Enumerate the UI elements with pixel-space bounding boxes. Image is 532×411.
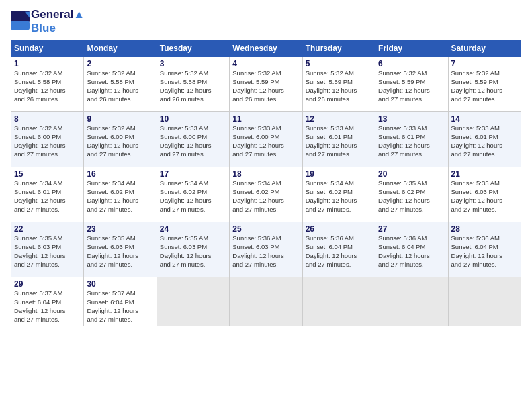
header: General▲ Blue [11, 8, 521, 34]
day-cell: 22Sunrise: 5:35 AM Sunset: 6:03 PM Dayli… [11, 222, 84, 277]
day-info: Sunrise: 5:35 AM Sunset: 6:03 PM Dayligh… [87, 234, 153, 269]
day-cell: 28Sunrise: 5:36 AM Sunset: 6:04 PM Dayli… [448, 222, 521, 277]
week-row-2: 8Sunrise: 5:32 AM Sunset: 6:00 PM Daylig… [11, 112, 521, 167]
day-cell: 27Sunrise: 5:36 AM Sunset: 6:04 PM Dayli… [375, 222, 448, 277]
calendar-page: General▲ Blue SundayMondayTuesdayWednesd… [0, 0, 532, 411]
day-info: Sunrise: 5:36 AM Sunset: 6:04 PM Dayligh… [451, 234, 518, 269]
day-cell: 21Sunrise: 5:35 AM Sunset: 6:03 PM Dayli… [448, 167, 521, 222]
day-info: Sunrise: 5:32 AM Sunset: 6:00 PM Dayligh… [14, 124, 81, 158]
day-info: Sunrise: 5:35 AM Sunset: 6:02 PM Dayligh… [378, 179, 445, 214]
day-cell: 6Sunrise: 5:32 AM Sunset: 5:59 PM Daylig… [375, 57, 448, 112]
day-info: Sunrise: 5:34 AM Sunset: 6:02 PM Dayligh… [87, 179, 153, 214]
day-info: Sunrise: 5:33 AM Sunset: 6:00 PM Dayligh… [232, 124, 299, 158]
day-number: 16 [87, 169, 153, 179]
day-cell: 26Sunrise: 5:36 AM Sunset: 6:04 PM Dayli… [302, 222, 375, 277]
day-cell: 25Sunrise: 5:36 AM Sunset: 6:03 PM Dayli… [230, 222, 302, 277]
svg-rect-1 [11, 21, 30, 29]
day-info: Sunrise: 5:34 AM Sunset: 6:02 PM Dayligh… [232, 179, 299, 214]
header-row: SundayMondayTuesdayWednesdayThursdayFrid… [11, 40, 521, 57]
day-cell: 16Sunrise: 5:34 AM Sunset: 6:02 PM Dayli… [84, 167, 157, 222]
day-number: 15 [14, 169, 81, 179]
day-info: Sunrise: 5:32 AM Sunset: 5:59 PM Dayligh… [306, 69, 372, 103]
day-info: Sunrise: 5:32 AM Sunset: 5:59 PM Dayligh… [451, 69, 518, 103]
day-cell: 24Sunrise: 5:35 AM Sunset: 6:03 PM Dayli… [157, 222, 229, 277]
day-number: 30 [87, 279, 153, 289]
day-cell: 23Sunrise: 5:35 AM Sunset: 6:03 PM Dayli… [84, 222, 157, 277]
calendar-table: SundayMondayTuesdayWednesdayThursdayFrid… [11, 40, 521, 326]
day-number: 20 [378, 169, 445, 179]
day-number: 21 [451, 169, 518, 179]
day-cell: 18Sunrise: 5:34 AM Sunset: 6:02 PM Dayli… [230, 167, 302, 222]
day-info: Sunrise: 5:32 AM Sunset: 5:58 PM Dayligh… [87, 69, 153, 103]
day-cell: 1Sunrise: 5:32 AM Sunset: 5:58 PM Daylig… [11, 57, 84, 112]
day-info: Sunrise: 5:33 AM Sunset: 6:00 PM Dayligh… [160, 124, 226, 158]
day-cell [230, 277, 302, 326]
header-cell-sunday: Sunday [11, 40, 84, 57]
day-cell: 20Sunrise: 5:35 AM Sunset: 6:02 PM Dayli… [375, 167, 448, 222]
day-cell: 17Sunrise: 5:34 AM Sunset: 6:02 PM Dayli… [157, 167, 229, 222]
day-cell: 19Sunrise: 5:34 AM Sunset: 6:02 PM Dayli… [302, 167, 375, 222]
day-number: 27 [378, 224, 445, 234]
day-cell: 3Sunrise: 5:32 AM Sunset: 5:58 PM Daylig… [157, 57, 229, 112]
day-number: 24 [160, 224, 226, 234]
day-number: 26 [306, 224, 372, 234]
day-cell: 29Sunrise: 5:37 AM Sunset: 6:04 PM Dayli… [11, 277, 84, 326]
day-info: Sunrise: 5:37 AM Sunset: 6:04 PM Dayligh… [87, 289, 153, 324]
header-cell-monday: Monday [84, 40, 157, 57]
week-row-4: 22Sunrise: 5:35 AM Sunset: 6:03 PM Dayli… [11, 222, 521, 277]
day-cell: 9Sunrise: 5:32 AM Sunset: 6:00 PM Daylig… [84, 112, 157, 167]
header-cell-saturday: Saturday [448, 40, 521, 57]
day-info: Sunrise: 5:32 AM Sunset: 5:59 PM Dayligh… [232, 69, 299, 103]
day-cell: 5Sunrise: 5:32 AM Sunset: 5:59 PM Daylig… [302, 57, 375, 112]
day-number: 10 [160, 114, 226, 124]
day-number: 14 [451, 114, 518, 124]
day-info: Sunrise: 5:34 AM Sunset: 6:02 PM Dayligh… [306, 179, 372, 214]
day-info: Sunrise: 5:36 AM Sunset: 6:03 PM Dayligh… [232, 234, 299, 269]
day-cell: 4Sunrise: 5:32 AM Sunset: 5:59 PM Daylig… [230, 57, 302, 112]
day-cell [375, 277, 448, 326]
day-number: 18 [232, 169, 299, 179]
day-number: 23 [87, 224, 153, 234]
day-cell: 13Sunrise: 5:33 AM Sunset: 6:01 PM Dayli… [375, 112, 448, 167]
day-cell [157, 277, 229, 326]
day-info: Sunrise: 5:35 AM Sunset: 6:03 PM Dayligh… [160, 234, 226, 269]
logo: General▲ Blue [11, 8, 85, 34]
day-cell: 8Sunrise: 5:32 AM Sunset: 6:00 PM Daylig… [11, 112, 84, 167]
day-number: 12 [306, 114, 372, 124]
day-cell: 12Sunrise: 5:33 AM Sunset: 6:01 PM Dayli… [302, 112, 375, 167]
day-info: Sunrise: 5:32 AM Sunset: 5:59 PM Dayligh… [378, 69, 445, 103]
day-number: 8 [14, 114, 81, 124]
day-number: 3 [160, 59, 226, 68]
day-number: 4 [232, 59, 299, 68]
header-cell-tuesday: Tuesday [157, 40, 229, 57]
header-cell-wednesday: Wednesday [230, 40, 302, 57]
day-number: 9 [87, 114, 153, 124]
day-info: Sunrise: 5:36 AM Sunset: 6:04 PM Dayligh… [378, 234, 445, 269]
day-cell: 14Sunrise: 5:33 AM Sunset: 6:01 PM Dayli… [448, 112, 521, 167]
logo-text: General▲ Blue [31, 8, 85, 34]
day-number: 22 [14, 224, 81, 234]
day-info: Sunrise: 5:36 AM Sunset: 6:04 PM Dayligh… [306, 234, 372, 269]
day-info: Sunrise: 5:33 AM Sunset: 6:01 PM Dayligh… [451, 124, 518, 158]
day-number: 28 [451, 224, 518, 234]
week-row-3: 15Sunrise: 5:34 AM Sunset: 6:01 PM Dayli… [11, 167, 521, 222]
day-cell [302, 277, 375, 326]
logo-icon [11, 11, 30, 30]
day-cell: 10Sunrise: 5:33 AM Sunset: 6:00 PM Dayli… [157, 112, 229, 167]
day-info: Sunrise: 5:35 AM Sunset: 6:03 PM Dayligh… [451, 179, 518, 214]
day-info: Sunrise: 5:33 AM Sunset: 6:01 PM Dayligh… [378, 124, 445, 158]
day-number: 6 [378, 59, 445, 68]
day-info: Sunrise: 5:37 AM Sunset: 6:04 PM Dayligh… [14, 289, 81, 324]
day-number: 1 [14, 59, 81, 68]
day-number: 29 [14, 279, 81, 289]
day-number: 25 [232, 224, 299, 234]
day-cell [448, 277, 521, 326]
day-number: 19 [306, 169, 372, 179]
day-info: Sunrise: 5:34 AM Sunset: 6:02 PM Dayligh… [160, 179, 226, 214]
week-row-1: 1Sunrise: 5:32 AM Sunset: 5:58 PM Daylig… [11, 57, 521, 112]
day-cell: 7Sunrise: 5:32 AM Sunset: 5:59 PM Daylig… [448, 57, 521, 112]
day-number: 5 [306, 59, 372, 68]
week-row-5: 29Sunrise: 5:37 AM Sunset: 6:04 PM Dayli… [11, 277, 521, 326]
day-number: 7 [451, 59, 518, 68]
day-number: 11 [232, 114, 299, 124]
